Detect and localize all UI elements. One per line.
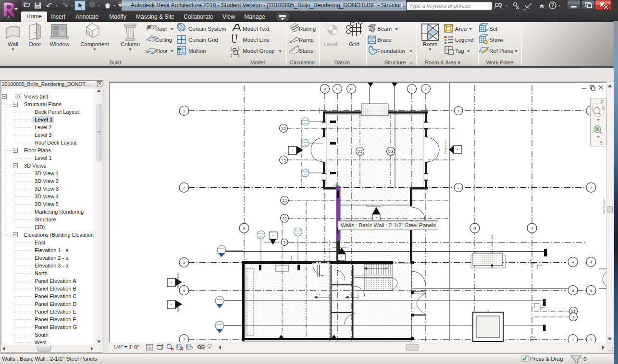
svg-text:2.5: 2.5 (282, 217, 286, 220)
svg-text:Type a keyword or phrase: Type a keyword or phrase (409, 3, 470, 9)
svg-text:Marketing Rendering: Marketing Rendering (35, 209, 84, 215)
svg-text:D.8: D.8 (388, 150, 394, 153)
svg-text:Walls : Basic Wall : 2-1/2" St: Walls : Basic Wall : 2-1/2" Steel Panels (341, 222, 436, 228)
svg-text:4: 4 (183, 261, 185, 265)
svg-text:South: South (35, 332, 49, 338)
svg-text:Roof Deck Layout: Roof Deck Layout (35, 140, 76, 146)
svg-text:Structure: Structure (35, 217, 56, 222)
svg-text:5.8: 5.8 (571, 310, 575, 313)
svg-text:Level 1: Level 1 (35, 117, 52, 122)
svg-text::0: :0 (582, 356, 587, 362)
svg-text:1: 1 (183, 109, 185, 113)
svg-text:7: 7 (183, 338, 185, 342)
svg-text:West: West (35, 340, 47, 345)
svg-text:E: E (410, 87, 413, 91)
svg-text:Panel Elevation C: Panel Elevation C (333, 246, 348, 249)
svg-text:Elevation 2 - a: Elevation 2 - a (35, 255, 69, 261)
svg-text:East: East (35, 240, 45, 245)
svg-text:2: 2 (457, 186, 459, 190)
svg-text:4: 4 (572, 260, 574, 265)
svg-text:Structural Plans: Structural Plans (24, 101, 62, 107)
svg-text:West: West (177, 307, 179, 312)
svg-text:1.5: 1.5 (281, 158, 285, 162)
svg-text:J: J (531, 226, 533, 231)
svg-text:A: A (243, 226, 245, 231)
svg-text:Panel Elevation G: Panel Elevation G (35, 324, 77, 330)
svg-text:North: North (35, 270, 48, 276)
svg-text:Deck Panel Layout: Deck Panel Layout (35, 109, 79, 115)
svg-text:3D View 4: 3D View 4 (35, 194, 59, 199)
svg-text:C: C (336, 87, 339, 91)
svg-text:3D Views: 3D Views (24, 163, 47, 169)
svg-text:3D View 5: 3D View 5 (35, 201, 59, 207)
svg-text:Panel Elevation B: Panel Elevation B (263, 241, 279, 243)
svg-text:A: A (7, 15, 10, 20)
svg-text:Panel Elevation C: Panel Elevation C (366, 205, 382, 207)
svg-text:{3D}: {3D} (35, 224, 45, 230)
svg-text:Elevation 1-a: Elevation 1-a (445, 141, 447, 154)
svg-text:3D View 1: 3D View 1 (35, 170, 59, 176)
svg-text:Elevation 1 - a: Elevation 1 - a (35, 247, 69, 253)
svg-text:7: 7 (590, 338, 592, 342)
svg-text:Level 2: Level 2 (35, 124, 51, 130)
svg-text:2: 2 (590, 186, 592, 190)
svg-text:D: D (350, 87, 353, 91)
svg-text:3: 3 (284, 240, 285, 244)
svg-text:Level 3: Level 3 (35, 132, 51, 138)
svg-text:Panel Elevation F: Panel Elevation F (177, 272, 179, 289)
svg-text:.1: .1 (325, 23, 328, 26)
svg-text:4: 4 (590, 260, 592, 265)
svg-text:Panel Elevation A: Panel Elevation A (35, 278, 76, 284)
svg-text:Panel Elevation F: Panel Elevation F (35, 316, 76, 322)
svg-text:F: F (425, 87, 427, 91)
svg-text:3D View 3: 3D View 3 (35, 186, 59, 192)
svg-text:Elevation 3 - a: Elevation 3 - a (35, 263, 69, 268)
svg-text:Floor Plans: Floor Plans (24, 147, 51, 153)
svg-text:3D View 2: 3D View 2 (35, 178, 59, 184)
svg-text:Elevations (Building Elevation: Elevations (Building Elevation (24, 232, 94, 238)
svg-text:Panel Elevation B: Panel Elevation B (35, 286, 76, 291)
svg-text:2.3: 2.3 (282, 199, 286, 202)
svg-text:Panel Elevation E: Panel Elevation E (35, 309, 76, 315)
svg-text:1/4" = 1'-0": 1/4" = 1'-0" (113, 344, 139, 350)
svg-text:6: 6 (572, 315, 574, 319)
svg-text:d - d: d - d (316, 293, 320, 296)
svg-text:5: 5 (572, 289, 574, 293)
svg-text:Level 1: Level 1 (35, 155, 51, 161)
svg-text:d - d: d - d (349, 293, 353, 296)
svg-text:1: 1 (457, 109, 459, 113)
svg-text:Panel Elevation D: Panel Elevation D (35, 301, 76, 307)
svg-text:Views (all): Views (all) (24, 94, 49, 99)
svg-text:Panel Elevation 1: Panel Elevation 1 (603, 197, 605, 214)
svg-text:Panel Elevation C: Panel Elevation C (35, 293, 76, 299)
svg-text:5: 5 (590, 289, 592, 293)
svg-text:5: 5 (183, 289, 185, 293)
svg-text:1.2: 1.2 (281, 127, 285, 130)
svg-text:B: B (323, 87, 326, 91)
svg-text:UP: UP (384, 267, 388, 270)
svg-text:G: G (473, 226, 476, 231)
svg-text:7: 7 (572, 338, 574, 342)
svg-text:?: ? (551, 3, 554, 8)
svg-text:Press & Drag: Press & Drag (530, 356, 563, 362)
svg-text:2: 2 (183, 186, 185, 190)
svg-text:D.2: D.2 (358, 150, 363, 153)
